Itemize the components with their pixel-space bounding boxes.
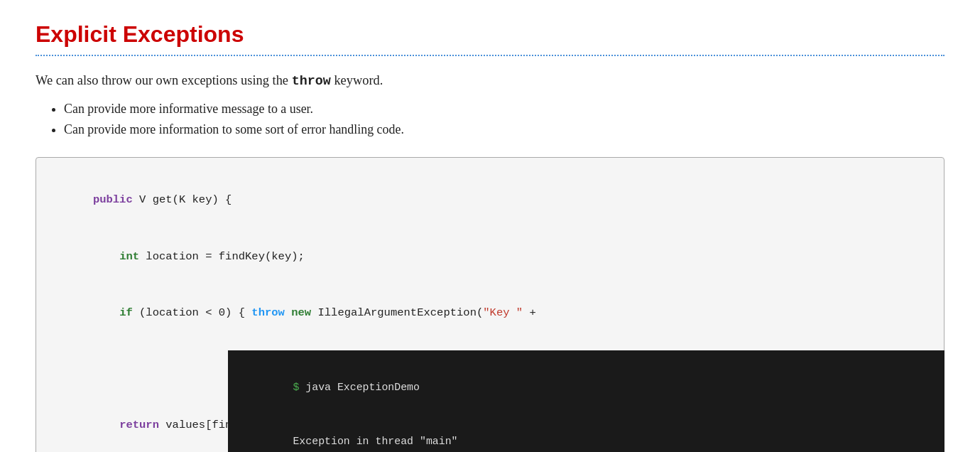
kw-throw: throw (251, 306, 285, 319)
code-line3-plus: + (523, 306, 536, 319)
indent-2 (93, 250, 119, 263)
code-block: public V get(K key) { int location = fin… (36, 157, 944, 452)
intro-paragraph: We can also throw our own exceptions usi… (36, 73, 944, 89)
kw-if: if (119, 306, 133, 319)
terminal-cmd: java ExceptionDemo (299, 382, 420, 393)
throw-keyword: throw (292, 74, 331, 89)
bullet-list: Can provide more informative message to … (36, 102, 944, 137)
code-line2-rest: location = findKey(key); (139, 250, 305, 263)
kw-public: public (93, 193, 133, 206)
indent-5 (93, 419, 119, 431)
terminal-output: $ java ExceptionDemo Exception in thread… (228, 350, 944, 452)
terminal-line-2: Exception in thread "main" (242, 414, 930, 452)
intro-text-after: keyword. (331, 73, 383, 87)
code-line3-mid: (location < 0) { (133, 306, 252, 319)
bullet-item-2: Can provide more information to some sor… (64, 122, 944, 137)
code-line3-class: IllegalArgumentException( (311, 306, 483, 319)
kw-new: new (285, 306, 311, 319)
indent-3 (93, 306, 119, 319)
intro-text-before: We can also throw our own exceptions usi… (36, 73, 292, 87)
bullet-item-1: Can provide more informative message to … (64, 102, 944, 117)
page-wrapper: Explicit Exceptions We can also throw ou… (36, 21, 944, 452)
code-line1-rest: V get(K key) { (133, 193, 232, 206)
kw-int: int (119, 250, 139, 263)
code-line3-str: "Key " (483, 306, 523, 319)
code-line-3: if (location < 0) { throw new IllegalArg… (53, 284, 927, 340)
kw-return: return (119, 419, 159, 431)
section-title: Explicit Exceptions (36, 21, 944, 48)
terminal-line-1: $ java ExceptionDemo (242, 360, 930, 414)
section-divider (36, 55, 944, 56)
code-line-2: int location = findKey(key); (53, 228, 927, 284)
code-line-1: public V get(K key) { (53, 172, 927, 228)
terminal-line2-text: Exception in thread "main" (293, 436, 457, 447)
